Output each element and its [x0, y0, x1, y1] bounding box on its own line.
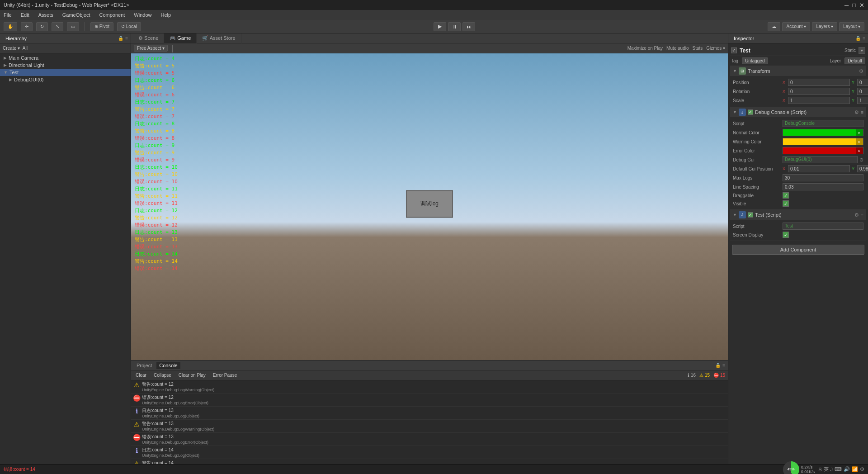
cloud-button[interactable]: ☁	[768, 22, 780, 31]
hier-item-test[interactable]: ▼ Test	[0, 69, 131, 76]
debug-gui-ref[interactable]: DebugGUI(0)	[783, 156, 858, 163]
status-icon-3[interactable]: J	[830, 467, 833, 472]
tab-project[interactable]: Project	[134, 362, 155, 369]
hierarchy-tab[interactable]: Hierarchy	[3, 35, 29, 42]
error-color-swatch[interactable]: ▸	[783, 147, 863, 154]
rect-tool[interactable]: ▭	[67, 22, 79, 31]
tab-asset-store[interactable]: 🛒 Asset Store	[197, 33, 241, 43]
inspector-menu[interactable]: ≡	[863, 36, 865, 41]
pos-x-field[interactable]	[788, 79, 850, 86]
pos-y-field[interactable]	[857, 79, 868, 86]
maximize-on-play[interactable]: Maximize on Play	[627, 46, 663, 51]
all-filter[interactable]: All	[23, 46, 28, 51]
screen-display-checkbox[interactable]: ✓	[783, 232, 789, 238]
minimize-button[interactable]: ─	[844, 2, 849, 9]
pivot-button[interactable]: ⊕ Pivot	[90, 22, 113, 31]
scale-tool[interactable]: ⤡	[52, 22, 63, 31]
console-entry-info-13[interactable]: ℹ 日志:count = 13 UnityEngine.Debug:Log(Ob…	[131, 407, 728, 420]
max-logs-field[interactable]	[783, 174, 863, 181]
inspector-tab[interactable]: Inspector	[731, 35, 757, 42]
warning-color-swatch[interactable]: ▸	[783, 138, 863, 145]
draggable-checkbox[interactable]: ✓	[783, 192, 789, 199]
play-button[interactable]: ▶	[434, 22, 446, 31]
error-color-picker[interactable]: ▸	[856, 147, 863, 154]
line-spacing-field[interactable]	[783, 183, 863, 190]
aspect-dropdown[interactable]: Free Aspect ▾	[134, 45, 168, 52]
add-component-button[interactable]: Add Component	[732, 245, 864, 255]
hier-item-directional-light[interactable]: ▶ Directional Light	[0, 62, 131, 69]
test-script-settings[interactable]: ⚙	[854, 212, 859, 218]
normal-color-picker[interactable]: ▸	[856, 129, 863, 136]
tab-scene[interactable]: ⚙ Scene	[133, 33, 164, 43]
status-icon-1[interactable]: S	[818, 467, 821, 472]
gizmos-button[interactable]: Gizmos ▾	[706, 46, 725, 51]
console-entry-warn-13[interactable]: ⚠ 警告:count = 13 UnityEngine.Debug:LogWar…	[131, 420, 728, 433]
menu-assets[interactable]: Assets	[37, 11, 55, 19]
test-script-checkbox[interactable]: ✓	[748, 212, 753, 218]
menu-edit[interactable]: Edit	[19, 11, 31, 19]
hier-item-debuggui[interactable]: ▶ DebugGUI(0)	[0, 76, 131, 83]
console-entry-warn-14[interactable]: ⚠ 警告:count = 14 UnityEngine.Debug:LogWar…	[131, 459, 728, 464]
console-menu[interactable]: ≡	[722, 363, 725, 368]
status-icon-2[interactable]: 英	[824, 466, 829, 473]
hand-tool[interactable]: ✋	[4, 22, 17, 31]
test-script-menu[interactable]: ≡	[861, 212, 863, 218]
debug-gui-select[interactable]: ⊙	[859, 157, 863, 163]
gui-x-field[interactable]	[788, 165, 850, 172]
transform-header[interactable]: ▼ ⊞ Transform ⚙	[730, 66, 866, 76]
debug-console-checkbox[interactable]: ✓	[748, 109, 753, 115]
debug-console-header[interactable]: ▼ J ✓ Debug Console (Script) ⚙ ≡	[730, 107, 866, 117]
console-entry-info-14[interactable]: ℹ 日志:count = 14 UnityEngine.Debug:Log(Ob…	[131, 446, 728, 459]
hierarchy-lock[interactable]: 🔒	[118, 36, 123, 41]
tab-console[interactable]: Console	[156, 362, 180, 369]
gui-y-field[interactable]	[857, 165, 868, 172]
local-button[interactable]: ↺ Local	[117, 22, 141, 31]
hierarchy-menu[interactable]: ≡	[125, 36, 128, 41]
close-button[interactable]: ✕	[859, 2, 864, 9]
move-tool[interactable]: ✛	[21, 22, 33, 31]
static-dropdown[interactable]: ▾	[859, 47, 865, 54]
test-script-ref[interactable]: Test	[783, 223, 863, 230]
warning-color-picker[interactable]: ▸	[856, 138, 863, 145]
scale-x-field[interactable]	[788, 97, 850, 104]
test-script-header[interactable]: ▼ J ✓ Test (Script) ⚙ ≡	[730, 210, 866, 220]
console-entry-warn-12[interactable]: ⚠ 警告:count = 12 UnityEngine.Debug:LogWar…	[131, 380, 728, 393]
layout-button[interactable]: Layout ▾	[839, 22, 864, 31]
hier-item-main-camera[interactable]: ▶ Main Camera	[0, 54, 131, 62]
step-button[interactable]: ⏭	[462, 22, 475, 31]
console-entry-error-13[interactable]: ⛔ 错误:count = 13 UnityEngine.Debug:LogErr…	[131, 433, 728, 446]
create-button[interactable]: Create ▾	[3, 46, 20, 51]
layers-button[interactable]: Layers ▾	[812, 22, 837, 31]
menu-file[interactable]: File	[2, 11, 14, 19]
status-icon-6[interactable]: 📶	[852, 466, 858, 472]
clear-on-play-button[interactable]: Clear on Play	[177, 372, 208, 378]
menu-window[interactable]: Window	[132, 11, 153, 19]
visible-checkbox[interactable]: ✓	[783, 200, 789, 207]
rotate-tool[interactable]: ↻	[36, 22, 48, 31]
tag-dropdown[interactable]: Untagged	[742, 57, 768, 64]
status-icon-5[interactable]: 🔊	[844, 466, 850, 472]
script-ref[interactable]: DebugConsole	[783, 120, 863, 127]
rot-y-field[interactable]	[857, 88, 868, 95]
layer-dropdown[interactable]: Default	[844, 57, 865, 64]
menu-gameobject[interactable]: GameObject	[61, 11, 92, 19]
scene-dialog[interactable]: 调试log	[406, 190, 453, 218]
pause-button[interactable]: ⏸	[448, 22, 461, 31]
menu-help[interactable]: Help	[159, 11, 173, 19]
collapse-button[interactable]: Collapse	[152, 372, 173, 378]
normal-color-swatch[interactable]: ▸	[783, 129, 863, 136]
mute-audio[interactable]: Mute audio	[666, 46, 689, 51]
status-icon-7[interactable]: ⚙	[860, 466, 864, 472]
debug-console-settings[interactable]: ⚙	[854, 109, 859, 115]
clear-button[interactable]: Clear	[134, 372, 148, 378]
transform-settings[interactable]: ⚙	[859, 68, 863, 74]
menu-component[interactable]: Component	[97, 11, 127, 19]
rot-x-field[interactable]	[788, 88, 850, 95]
stats-button[interactable]: Stats	[693, 46, 703, 51]
go-active-checkbox[interactable]: ✓	[731, 47, 737, 53]
status-icon-4[interactable]: ⌨	[835, 466, 842, 472]
error-pause-button[interactable]: Error Pause	[211, 372, 239, 378]
debug-console-menu[interactable]: ≡	[861, 109, 863, 115]
tab-game[interactable]: 🎮 Game	[164, 33, 197, 43]
scale-y-field[interactable]	[857, 97, 868, 104]
